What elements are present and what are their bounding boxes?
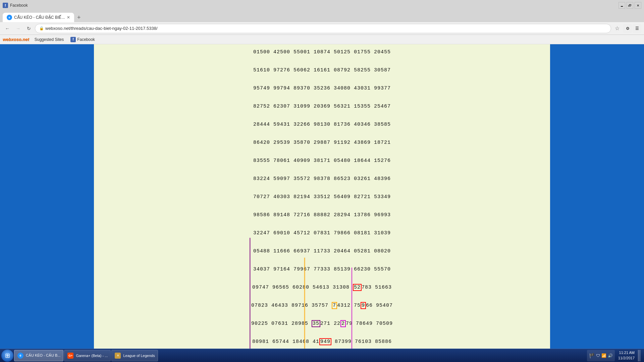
taskbar-lol-label: League of Legends xyxy=(123,354,155,358)
bookmarks-bar: webxoso.net Suggested Sites f Facebook xyxy=(0,35,644,44)
number-row-15: 90225 07631 28985 35271 22279 78649 7050… xyxy=(101,319,543,328)
number-row-14: 07823 46433 89716 35757 74312 75966 9540… xyxy=(101,301,543,310)
tab-title: CẦU KÉO - CẦU ĐẶC BIẾ... xyxy=(14,15,65,20)
tab-bar: e CẦU KÉO - CẦU ĐẶC BIẾ... ✕ + xyxy=(0,11,644,22)
active-tab[interactable]: e CẦU KÉO - CẦU ĐẶC BIẾ... ✕ xyxy=(3,13,74,22)
number-row-5: 86420 29539 35870 29887 91192 43869 1872… xyxy=(101,138,543,147)
clock-time: 11:21 AM xyxy=(618,350,635,355)
webxoso-logo: webxoso.net xyxy=(3,37,29,42)
taskbar-caukeo-label: CẦU KÉO - CẦU B... xyxy=(26,353,60,358)
number-row-2: 95749 99794 89370 35236 34080 43031 9937… xyxy=(101,84,543,93)
bookmark-suggested-sites[interactable]: Suggested Sites xyxy=(33,37,65,43)
number-row-6: 83555 78061 40909 38171 05480 18644 1527… xyxy=(101,156,543,165)
taskbar-garena-label: Garena+ (Beta) - ... xyxy=(76,354,108,358)
title-bar: f Facebook 🗕 🗗 ✕ xyxy=(0,0,644,11)
left-sidebar xyxy=(0,44,94,349)
tray-volume-icon: 🔊 xyxy=(608,353,613,358)
refresh-button[interactable]: ↻ xyxy=(24,24,34,33)
bookmark-facebook[interactable]: f Facebook xyxy=(69,36,96,43)
navigation-toolbar: ← → ↻ 🔒 webxoso.net/threads/cau-dac-biet… xyxy=(0,22,644,35)
tray-network-icon: 📶 xyxy=(601,353,606,358)
forward-button[interactable]: → xyxy=(13,24,23,33)
main-area: 01500 42500 55001 10874 50125 01755 2045… xyxy=(0,44,644,349)
facebook-favicon-title: f xyxy=(3,3,8,8)
address-lock-icon: 🔒 xyxy=(39,26,44,31)
taskbar: ⊞ e CẦU KÉO - CẦU B... G+ Garena+ (Beta)… xyxy=(0,349,644,362)
url-text: webxoso.net/threads/cau-dac-biet-ngay-02… xyxy=(45,26,158,31)
number-row-9: 98586 89148 72716 88882 28294 13786 9699… xyxy=(101,210,543,220)
bookmark-label: Suggested Sites xyxy=(35,37,64,42)
page-content: 01500 42500 55001 10874 50125 01755 2045… xyxy=(94,44,550,349)
webxoso-logo-area: webxoso.net xyxy=(3,37,29,42)
numbers-container: 01500 42500 55001 10874 50125 01755 2045… xyxy=(94,44,550,349)
highlight-9: 9 xyxy=(361,302,366,309)
back-button[interactable]: ← xyxy=(3,24,12,33)
highlight-35: 35 xyxy=(312,320,320,327)
bookmark-fb-label: Facebook xyxy=(77,37,95,42)
system-tray: 🏴 🛡 📶 🔊 xyxy=(587,350,615,361)
browser-chrome: f Facebook 🗕 🗗 ✕ e CẦU KÉO - CẦU ĐẶC BIẾ… xyxy=(0,0,644,44)
number-row-3: 82752 62307 31099 20369 56321 15355 2546… xyxy=(101,102,543,111)
taskbar-item-lol[interactable]: ⚔ League of Legends xyxy=(111,350,158,361)
number-row-11: 05488 11666 66937 11733 20464 05281 0802… xyxy=(101,247,543,256)
taskbar-right: 🏴 🛡 📶 🔊 11:21 AM 11/2/2017 xyxy=(585,350,643,361)
address-bar[interactable]: 🔒 webxoso.net/threads/cau-dac-biet-ngay-… xyxy=(35,24,611,33)
number-row-1: 51610 97276 56062 16161 08792 58255 3058… xyxy=(101,66,543,75)
taskbar-lol-icon: ⚔ xyxy=(114,352,121,359)
taskbar-ie-icon: e xyxy=(17,352,24,359)
taskbar-garena-icon: G+ xyxy=(67,352,74,359)
clock-date: 11/2/2017 xyxy=(618,356,635,361)
number-row-10: 32247 69010 45712 07831 79866 08181 3103… xyxy=(101,229,543,238)
new-tab-button[interactable]: + xyxy=(74,13,84,22)
system-clock[interactable]: 11:21 AM 11/2/2017 xyxy=(616,350,637,361)
taskbar-item-garena[interactable]: G+ Garena+ (Beta) - ... xyxy=(64,350,111,361)
tray-flag-icon: 🏴 xyxy=(589,353,595,358)
title-bar-left: f Facebook xyxy=(3,3,28,8)
facebook-bookmark-favicon: f xyxy=(70,37,76,42)
highlight-52: 52 xyxy=(353,284,362,291)
right-sidebar xyxy=(550,44,644,349)
number-row-12: 34037 97164 79967 77333 85139 66230 5557… xyxy=(101,265,543,274)
extension-icons: ⚙ ☰ xyxy=(623,24,641,33)
highlight-949: 949 xyxy=(319,338,331,345)
show-desktop-button[interactable] xyxy=(638,350,641,361)
number-row-0: 01500 42500 55001 10874 50125 01755 2045… xyxy=(101,48,543,57)
windows-logo-icon: ⊞ xyxy=(5,352,10,359)
taskbar-item-caukeo[interactable]: e CẦU KÉO - CẦU B... xyxy=(14,350,63,361)
maximize-button[interactable]: 🗗 xyxy=(627,2,633,9)
title-bar-text: Facebook xyxy=(10,3,28,8)
number-row-16: 80981 65744 18468 41949 87399 76103 8588… xyxy=(101,337,543,346)
tab-favicon: e xyxy=(7,15,12,20)
number-row-7: 83224 59097 35572 98378 86523 03261 4839… xyxy=(101,174,543,183)
tab-close-button[interactable]: ✕ xyxy=(67,15,70,20)
extension-icon-1[interactable]: ⚙ xyxy=(623,24,632,33)
tray-shield-icon: 🛡 xyxy=(596,353,600,358)
number-row-8: 70727 40303 82194 33512 56409 82721 5334… xyxy=(101,192,543,201)
highlight-2: 2 xyxy=(340,320,346,327)
logo-text: webxoso.net xyxy=(3,37,29,42)
minimize-button[interactable]: 🗕 xyxy=(619,2,625,9)
taskbar-items: e CẦU KÉO - CẦU B... G+ Garena+ (Beta) -… xyxy=(14,350,584,361)
start-button[interactable]: ⊞ xyxy=(1,350,13,362)
highlight-7: 7 xyxy=(332,302,337,309)
number-row-13: 09747 96565 60280 54613 31308 52783 5166… xyxy=(101,283,543,292)
number-row-4: 28444 59431 32266 98130 81736 40346 3858… xyxy=(101,120,543,129)
close-button[interactable]: ✕ xyxy=(635,2,641,9)
bookmark-star-button[interactable]: ☆ xyxy=(612,24,622,33)
extension-icon-2[interactable]: ☰ xyxy=(633,24,641,33)
